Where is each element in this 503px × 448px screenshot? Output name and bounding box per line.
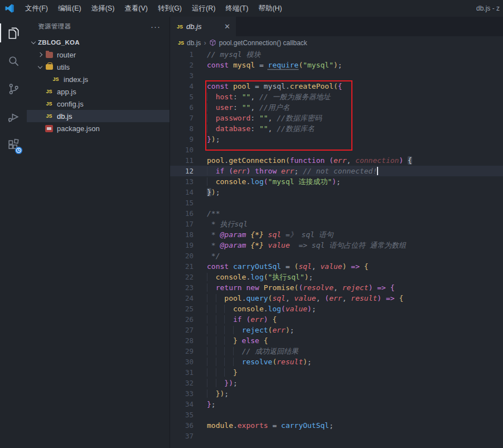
code-line-25[interactable]: 25 console.log(value); (170, 304, 503, 314)
js-icon: JS (45, 87, 54, 96)
code-line-32[interactable]: 32 }); (170, 378, 503, 388)
code-line-2[interactable]: 2const mysql = require("mysql"); (170, 60, 503, 70)
code-line-4[interactable]: 4const pool = mysql.createPool({ (170, 81, 503, 91)
code-line-1[interactable]: 1// mysql 模块 (170, 49, 503, 60)
code-line-7[interactable]: 7 password: "", //数据库密码 (170, 113, 503, 123)
code-line-36[interactable]: 36module.exports = carryOutSql; (170, 420, 503, 431)
line-content: * @param {*} value => sql 语句占位符 通常为数组 (194, 240, 406, 251)
code-line-24[interactable]: 24 pool.query(sql, value, (err, result) … (170, 293, 503, 304)
activity-run-debug-icon[interactable] (0, 103, 27, 131)
code-token: ; (290, 326, 294, 334)
code-token: throw (255, 167, 277, 175)
tree-item-config-js[interactable]: JSconfig.js (27, 98, 170, 110)
activity-search-icon[interactable] (0, 47, 27, 75)
code-token: pool (233, 82, 250, 90)
breadcrumb-symbol[interactable]: pool.getConnection() callback (219, 39, 307, 47)
code-token: "" (242, 93, 251, 101)
menu-item-g[interactable]: 转到(G) (153, 0, 187, 17)
code-token: . (264, 305, 268, 313)
line-number: 9 (170, 134, 194, 144)
breadcrumb-file[interactable]: db.js (187, 39, 201, 47)
code-line-29[interactable]: 29 // 成功返回结果 (170, 346, 503, 357)
folder-utils-icon (45, 62, 54, 71)
chevron-down-icon (31, 39, 36, 44)
tree-item-router[interactable]: router (27, 49, 170, 61)
code-line-16[interactable]: 16/** (170, 208, 503, 219)
line-content: }; (194, 399, 216, 410)
tab-db-js[interactable]: JS db.js ✕ (170, 17, 236, 36)
tree-item-zblog-koa[interactable]: ZBLOG_KOA (27, 36, 170, 49)
chevron-slot (36, 53, 45, 56)
code-line-6[interactable]: 6 user: "", //用户名 (170, 102, 503, 113)
menu-item-h[interactable]: 帮助(H) (253, 0, 287, 17)
code-token (207, 315, 216, 324)
code-line-5[interactable]: 5 host: "", // 一般为服务器地址 (170, 91, 503, 102)
code-line-17[interactable]: 17 * 执行sql (170, 219, 503, 229)
code-token: console (216, 273, 246, 281)
code-line-28[interactable]: 28 } else { (170, 335, 503, 346)
code-line-13[interactable]: 13 console.log("mysql 连接成功"); (170, 176, 503, 187)
code-line-15[interactable]: 15 (170, 197, 503, 208)
code-line-27[interactable]: 27 reject(err); (170, 325, 503, 335)
tree-item-app-js[interactable]: JSapp.js (27, 85, 170, 98)
code-token: ) (377, 294, 381, 302)
code-token: * 执行sql (207, 220, 248, 228)
code-line-14[interactable]: 14}); (170, 187, 503, 197)
code-token: ) (333, 61, 338, 69)
menu-item-t[interactable]: 终端(T) (220, 0, 253, 17)
line-number: 10 (170, 144, 194, 155)
code-line-9[interactable]: 9}); (170, 134, 503, 144)
tree-item-utils[interactable]: utils (27, 61, 170, 73)
code-token: connection (355, 156, 399, 165)
activity-source-control-icon[interactable] (0, 75, 27, 103)
folder-router-icon (45, 50, 54, 59)
code-token (207, 368, 216, 377)
code-line-34[interactable]: 34}; (170, 399, 503, 410)
code-token (233, 326, 242, 334)
code-token: return (216, 283, 242, 292)
menu-item-r[interactable]: 运行(R) (187, 0, 220, 17)
line-number: 23 (170, 282, 194, 293)
code-line-31[interactable]: 31 } (170, 367, 503, 378)
code-line-30[interactable]: 30 resolve(result); (170, 357, 503, 367)
code-line-10[interactable]: 10 (170, 144, 503, 155)
code-token: ; (216, 135, 220, 143)
code-line-18[interactable]: 18 * @param {*} sql =》 sql 语句 (170, 229, 503, 240)
code-line-19[interactable]: 19 * @param {*} value => sql 语句占位符 通常为数组 (170, 240, 503, 251)
menu-item-v[interactable]: 查看(V) (119, 0, 153, 17)
tree-item-db-js[interactable]: JSdb.js (27, 110, 170, 122)
activity-extensions-icon[interactable] (0, 131, 27, 158)
code-token: ; (216, 188, 220, 196)
code-line-37[interactable]: 37 (170, 431, 503, 441)
code-line-21[interactable]: 21const carryOutSql = (sql, value) => { (170, 261, 503, 272)
menu-item-f[interactable]: 文件(F) (20, 0, 53, 17)
code-token (216, 294, 225, 302)
activity-explorer-icon[interactable] (0, 19, 27, 47)
more-actions-icon[interactable]: ··· (148, 22, 163, 31)
close-tab-icon[interactable]: ✕ (223, 22, 231, 31)
code-line-12[interactable]: 12 if (err) throw err; // not connected! (170, 166, 503, 176)
code-token: ( (286, 156, 290, 165)
code-token (207, 103, 216, 112)
code-line-33[interactable]: 33 }); (170, 388, 503, 399)
code-line-26[interactable]: 26 if (err) { (170, 314, 503, 325)
code-line-3[interactable]: 3 (170, 70, 503, 81)
code-token: } (224, 379, 229, 387)
code-token: "mysql 连接成功" (268, 177, 332, 186)
tree-item-index-js[interactable]: JSindex.js (27, 73, 170, 85)
code-token: err (277, 167, 294, 175)
text-cursor (377, 167, 378, 175)
code-line-22[interactable]: 22 console.log("执行sql"); (170, 272, 503, 282)
line-content: console.log("执行sql"); (194, 272, 313, 282)
menu-item-e[interactable]: 编辑(E) (53, 0, 86, 17)
code-editor[interactable]: 1// mysql 模块2const mysql = require("mysq… (170, 49, 503, 448)
code-token (207, 358, 216, 366)
code-line-35[interactable]: 35 (170, 410, 503, 420)
code-line-11[interactable]: 11pool.getConnection(function (err, conn… (170, 155, 503, 166)
code-line-8[interactable]: 8 database: "", //数据库名 (170, 123, 503, 134)
tree-item-package-json[interactable]: package.json (27, 122, 170, 134)
code-line-20[interactable]: 20 */ (170, 251, 503, 261)
code-line-23[interactable]: 23 return new Promise((resolve, reject) … (170, 282, 503, 293)
menu-item-s[interactable]: 选择(S) (86, 0, 120, 17)
file-tree: ZBLOG_KOArouterutilsJSindex.jsJSapp.jsJS… (27, 36, 170, 134)
